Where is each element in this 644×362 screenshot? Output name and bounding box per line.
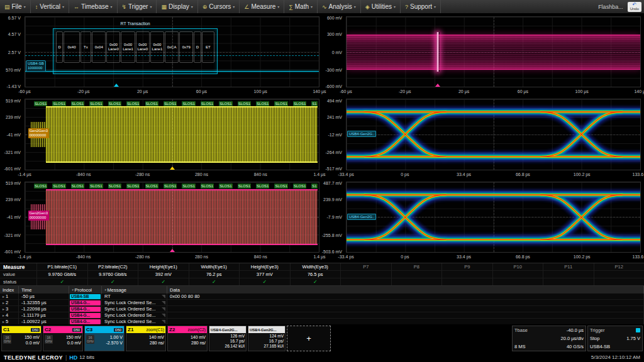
decode-cell-data xyxy=(167,312,644,318)
menu-item[interactable]: ∿ Analysis ▾ xyxy=(318,0,361,13)
eye1-trace-tag[interactable]: USB4-Gen2G.. xyxy=(347,131,376,137)
menu-item[interactable]: ∑ Math ▾ xyxy=(284,0,318,13)
message-detail-icon[interactable] xyxy=(162,314,165,317)
message-detail-icon[interactable] xyxy=(162,320,165,324)
channel-box-c2[interactable]: C2 D50 16 GHz 150 mV 0.0 mV xyxy=(43,326,83,351)
measure-param-value: 76.2 ps xyxy=(189,271,240,278)
menu-item[interactable]: ∠ Measure ▾ xyxy=(240,0,284,13)
x-tick: -840 ns xyxy=(76,255,91,259)
menu-item[interactable]: ↕ Vertical ▾ xyxy=(31,0,69,13)
decode-bubble[interactable]: 0xCA xyxy=(165,31,179,63)
decode-bubble[interactable]: Tx xyxy=(80,31,92,63)
measure-column[interactable]: P11 xyxy=(543,263,594,285)
sb-decode-plot[interactable]: RT Transaction D 0x40 xyxy=(25,16,319,87)
measure-column[interactable]: P7 xyxy=(340,263,391,285)
chevron-down-icon: ▾ xyxy=(111,4,113,9)
eye-box-1[interactable]: USB4-Gen2G... 126 mV 16.7 ps/ 26.142 kUI xyxy=(209,326,247,351)
message-detail-icon[interactable] xyxy=(162,307,165,311)
measure-column[interactable]: P1:bitrate(C1) 9.9760 Gbit/s ✓ xyxy=(36,263,87,285)
message-detail-icon[interactable] xyxy=(162,295,165,299)
decode-bubble[interactable]: 0x04 xyxy=(92,31,106,63)
panel-eye1: 494 mV241 mV-12 mV-264 mV-517 mV xyxy=(323,97,643,178)
sb-y-axis: 6.57 V4.57 V2.57 V570 mV-1.43 V xyxy=(1,16,23,87)
slos-label: S1 xyxy=(311,101,317,106)
x-tick: -33.4 ps xyxy=(338,172,353,177)
decode-table-row[interactable]: ▸ 1 -50 µs USB4-SB RT 0x00 00 80 80 xyxy=(0,293,644,300)
row-expander-icon[interactable]: ▸ xyxy=(3,319,4,324)
menu-item[interactable]: ⊕ Cursors ▾ xyxy=(198,0,240,13)
undo-button[interactable]: ↶ Undo xyxy=(628,2,641,12)
eye-box-2[interactable]: USB4-Gen2G... 124 mV 16.7 ps/ 27.165 kUI xyxy=(248,326,286,351)
measure-param-value: 76.5 ps xyxy=(291,271,341,278)
decode-table-row[interactable]: ▸ 4 -1.11179 µs USB4-G... Sync Lock Orde… xyxy=(0,312,644,319)
menu-item-icon: ▦ xyxy=(161,4,167,10)
zoom-box-z2[interactable]: Z2 zoom(C2) 140 mV 280 ns/ xyxy=(167,326,208,351)
slos-label: SLOS1 xyxy=(219,101,232,106)
slos-label: SLOS1 xyxy=(34,184,47,189)
decode-bubble[interactable]: 0x40 xyxy=(64,31,79,63)
sb-trace-tag[interactable]: USB4-SB 1000000 xyxy=(26,60,46,72)
decode-bubble[interactable]: ET xyxy=(202,31,215,63)
zoom-box-z1[interactable]: Z1 zoom(C1) 140 mV 280 ns/ xyxy=(126,326,166,351)
decode-table-row[interactable]: ▸ 2 -1.32355 µs USB4-G... Sync Lock Orde… xyxy=(0,300,644,306)
x-tick: 20 µs xyxy=(458,89,469,94)
decode-bubble[interactable]: 0x00 Lane1 xyxy=(121,31,135,63)
decode-column-header[interactable]: Index xyxy=(0,286,19,293)
eye3-plot[interactable]: USB4-Gen2G.. xyxy=(346,182,641,253)
decode-bubble-text: D xyxy=(58,45,61,50)
measure-column[interactable]: P8 xyxy=(391,263,442,285)
measure-param-value xyxy=(594,271,644,278)
eye1-plot[interactable]: USB4-Gen2G.. xyxy=(346,99,641,170)
decode-bubble[interactable]: 0x79 xyxy=(179,31,193,63)
row-expander-icon[interactable]: ▸ xyxy=(3,312,4,318)
persistence-plot[interactable] xyxy=(346,16,641,87)
menu-item[interactable]: ◈ Utilities ▾ xyxy=(361,0,401,13)
decode-column-header[interactable]: ▾ Protocol xyxy=(69,286,102,293)
slos-label: SLOS1 xyxy=(201,184,214,189)
measure-column[interactable]: Width(Eye1) 76.2 ps ✓ xyxy=(189,263,240,285)
decode-bubble[interactable]: D xyxy=(194,31,201,63)
eye3-y-axis: 487.7 mV239.9 mV-7.9 mV-255.8 mV-503.6 m… xyxy=(323,182,344,253)
measure-column[interactable]: Height(Eye1) 392 mV ✓ xyxy=(138,263,189,285)
decode-bubble[interactable]: 0x00 Lane1 xyxy=(150,31,164,63)
menu-item[interactable]: ▦ Display ▾ xyxy=(157,0,197,13)
menu-item[interactable]: ▤ File ▾ xyxy=(0,0,31,13)
decode-cell-protocol: USB4-G... xyxy=(69,319,102,324)
measure-column[interactable]: Width(Eye3) 76.5 ps ✓ xyxy=(290,263,341,285)
row-expander-icon[interactable]: ▸ xyxy=(3,293,4,299)
decode-bubble[interactable]: 0x00 Lane0 xyxy=(136,31,150,63)
channel-box-c3[interactable]: C3 D50 16 GHz 1.00 V -2.570 V xyxy=(84,326,125,351)
decode-table-row[interactable]: ▸ 3 -1.22098 µs USB4-G... Sync Lock Orde… xyxy=(0,306,644,312)
x-tick: 33.4 ps xyxy=(457,172,471,177)
row-expander-icon[interactable]: ▸ xyxy=(3,306,4,312)
measure-column[interactable]: P10 xyxy=(492,263,543,285)
channel-box-c1[interactable]: C1 D50 16 GHz 150 mV 0.0 mV xyxy=(1,326,42,351)
trigger-box[interactable]: Trigger Stop 1.75 V USB4-SB xyxy=(587,326,643,351)
add-trace-button[interactable]: + xyxy=(287,326,331,351)
plus-icon: + xyxy=(306,334,311,343)
decode-column-header[interactable]: Data xyxy=(167,286,644,293)
decode-index-value: 1 xyxy=(6,293,8,299)
zoom-c1-plot[interactable]: SLOS1SLOS1SLOS1SLOS1SLOS1SLOS1SLOS1SLOS1… xyxy=(25,99,319,170)
measure-column[interactable]: Height(Eye3) 377 mV ✓ xyxy=(239,263,290,285)
menu-item[interactable]: ↔ Timebase ▾ xyxy=(69,0,118,13)
decode-bubble-text: 0x40 xyxy=(67,45,75,50)
decode-column-header[interactable]: Time xyxy=(19,286,69,293)
row-expander-icon[interactable]: ▸ xyxy=(3,300,4,305)
slos-label: SLOS1 xyxy=(182,101,195,106)
menu-item[interactable]: ? Support ▾ xyxy=(401,0,441,13)
sb-trace-tag-name: USB4-SB xyxy=(28,62,44,66)
chevron-down-icon: ▾ xyxy=(434,4,436,9)
message-detail-icon[interactable] xyxy=(162,301,165,305)
timebase-box[interactable]: Tbase -40.0 µs 20.0 µs/div 8 MS 40 GS/s xyxy=(512,326,586,351)
zoom-c2-plot[interactable]: SLOS1SLOS1SLOS1SLOS1SLOS1SLOS1SLOS1SLOS1… xyxy=(25,182,319,253)
eye3-trace-tag[interactable]: USB4-Gen2G.. xyxy=(347,214,376,220)
decode-bubble[interactable]: 0x00 Lane0 xyxy=(106,31,120,63)
measure-column[interactable]: P9 xyxy=(441,263,492,285)
menu-item[interactable]: ↯ Trigger ▾ xyxy=(118,0,157,13)
z1-source-label: zoom(C1) xyxy=(146,327,164,332)
measure-column[interactable]: P2:bitrate(C2) 9.9760 Gbit/s ✓ xyxy=(87,263,138,285)
measure-column[interactable]: P12 xyxy=(594,263,644,285)
decode-column-header[interactable]: ▾ Message xyxy=(102,286,167,293)
decode-bubble[interactable]: D xyxy=(56,31,63,63)
